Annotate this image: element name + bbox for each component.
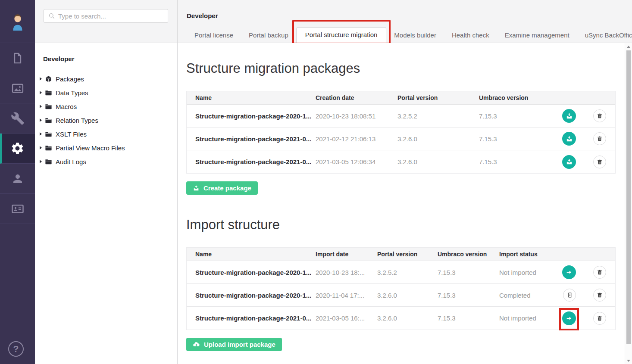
- sidebar-item-media[interactable]: [0, 73, 35, 103]
- packages-table: Name Creation date Portal version Umbrac…: [186, 91, 616, 174]
- row-actions: [551, 109, 615, 123]
- tree-item-partial-view-macro-files[interactable]: Partial View Macro Files: [35, 141, 177, 155]
- import-table: Name Import date Portal version Umbraco …: [186, 247, 616, 330]
- tab-examine-management[interactable]: Examine management: [497, 28, 577, 43]
- import-table-header: Name Import date Portal version Umbraco …: [187, 248, 615, 261]
- expand-caret-icon[interactable]: [40, 77, 42, 81]
- import-date: 2021-03-05 16:...: [316, 314, 377, 322]
- tree-item-relation-types[interactable]: Relation Types: [35, 113, 177, 127]
- vertical-scrollbar[interactable]: [625, 43, 632, 364]
- folder-icon: [45, 89, 52, 96]
- expand-caret-icon[interactable]: [40, 132, 42, 136]
- portal-version: 3.2.5.2: [377, 269, 438, 276]
- avatar-icon: [8, 12, 28, 31]
- sidebar-item-users[interactable]: [0, 164, 35, 194]
- wrench-icon: [11, 112, 25, 125]
- user-avatar[interactable]: [0, 0, 35, 43]
- scrollbar-up-arrow-icon[interactable]: [627, 46, 630, 48]
- column-header-umbraco-version: Umbraco version: [479, 94, 551, 101]
- tree-item-label: Macros: [56, 103, 77, 110]
- umbraco-version: 7.15.3: [479, 112, 551, 120]
- folder-icon: [45, 144, 52, 152]
- import-status: Completed: [499, 292, 551, 299]
- create-package-button[interactable]: Create package: [186, 181, 258, 195]
- table-row: Structure-migration-package-2020-1... 20…: [187, 284, 615, 307]
- delete-import-button[interactable]: [593, 289, 606, 302]
- delete-import-button[interactable]: [593, 312, 606, 325]
- tree-item-label: Audit Logs: [56, 158, 86, 165]
- scrollbar-thumb[interactable]: [626, 50, 631, 344]
- download-icon: [566, 112, 573, 120]
- expand-caret-icon[interactable]: [40, 91, 42, 94]
- tree-item-macros[interactable]: Macros: [35, 100, 177, 113]
- tree-item-data-types[interactable]: Data Types: [35, 86, 177, 100]
- tree-item-packages[interactable]: Packages: [35, 72, 177, 86]
- package-name: Structure-migration-package-2021-0...: [187, 314, 316, 322]
- cloud-upload-icon: [193, 341, 200, 348]
- expand-caret-icon[interactable]: [40, 105, 42, 108]
- sidebar-item-developer[interactable]: [0, 134, 35, 164]
- packages-table-header: Name Creation date Portal version Umbrac…: [187, 91, 615, 105]
- tab-portal-license[interactable]: Portal license: [187, 28, 241, 43]
- package-name: Structure-migration-package-2020-1...: [187, 269, 316, 276]
- tab-models-builder[interactable]: Models builder: [386, 28, 444, 43]
- scrollbar-down-arrow-icon[interactable]: [627, 360, 630, 362]
- sidebar-item-content[interactable]: [0, 43, 35, 73]
- id-card-icon: [11, 202, 24, 215]
- help-icon: ?: [8, 341, 24, 357]
- delete-import-button[interactable]: [593, 266, 606, 279]
- trash-icon: [597, 136, 603, 142]
- page-title: Developer: [178, 0, 632, 19]
- creation-date: 2021-03-05 12:06:34: [316, 158, 397, 165]
- expand-caret-icon[interactable]: [40, 146, 42, 149]
- app-rail: ?: [0, 0, 35, 364]
- search-icon: [48, 12, 55, 19]
- view-import-log-button[interactable]: [563, 289, 576, 302]
- portal-version: 3.2.5.2: [397, 112, 479, 120]
- row-actions: [551, 155, 615, 169]
- folder-icon: [45, 131, 52, 138]
- trash-icon: [597, 269, 603, 275]
- package-name: Structure-migration-package-2020-1...: [187, 292, 316, 299]
- run-import-button-highlighted[interactable]: [562, 311, 576, 325]
- table-row: Structure-migration-package-2020-1... 20…: [187, 261, 615, 284]
- packages-section-title: Structure migration packages: [186, 61, 625, 76]
- import-arrow-icon: [566, 269, 573, 276]
- download-package-button[interactable]: [562, 132, 576, 146]
- user-icon: [11, 172, 24, 185]
- run-import-button[interactable]: [562, 265, 576, 279]
- upload-import-package-button[interactable]: Upload import package: [186, 338, 282, 351]
- expand-caret-icon[interactable]: [40, 118, 42, 122]
- package-name: Structure-migration-package-2020-1...: [187, 112, 316, 120]
- tree-item-audit-logs[interactable]: Audit Logs: [35, 155, 177, 168]
- package-name: Structure-migration-package-2021-0...: [187, 158, 316, 165]
- table-row: Structure-migration-package-2020-1... 20…: [187, 105, 615, 128]
- delete-package-button[interactable]: [593, 132, 606, 145]
- table-row: Structure-migration-package-2021-0... 20…: [187, 150, 615, 173]
- download-package-button[interactable]: [562, 109, 576, 123]
- package-name: Structure-migration-package-2021-0...: [187, 135, 316, 143]
- tree-item-label: Partial View Macro Files: [56, 144, 125, 152]
- expand-caret-icon[interactable]: [40, 160, 42, 163]
- download-icon: [566, 135, 573, 143]
- import-date: 2020-10-23 18:...: [316, 269, 377, 276]
- search-input[interactable]: [58, 12, 163, 20]
- help-button[interactable]: ?: [0, 334, 35, 364]
- download-package-button[interactable]: [562, 155, 576, 169]
- delete-package-button[interactable]: [593, 109, 606, 122]
- tab-usync-backoffice[interactable]: uSync BackOffice: [577, 28, 632, 43]
- column-header-name: Name: [187, 251, 316, 258]
- sidebar-item-settings[interactable]: [0, 103, 35, 134]
- tab-health-check[interactable]: Health check: [444, 28, 497, 43]
- delete-package-button[interactable]: [593, 156, 606, 168]
- column-header-creation-date: Creation date: [316, 94, 397, 101]
- tab-bar: Portal license Portal backup Portal stru…: [187, 27, 632, 43]
- tab-portal-structure-migration[interactable]: Portal structure migration: [296, 27, 387, 43]
- column-header-name: Name: [187, 94, 316, 101]
- import-status: Not imported: [499, 269, 551, 276]
- tab-portal-backup[interactable]: Portal backup: [241, 28, 296, 43]
- tree-item-xslt-files[interactable]: XSLT Files: [35, 127, 177, 141]
- sidebar-item-members[interactable]: [0, 194, 35, 224]
- upload-import-package-label: Upload import package: [204, 341, 275, 348]
- search-box[interactable]: [44, 9, 168, 23]
